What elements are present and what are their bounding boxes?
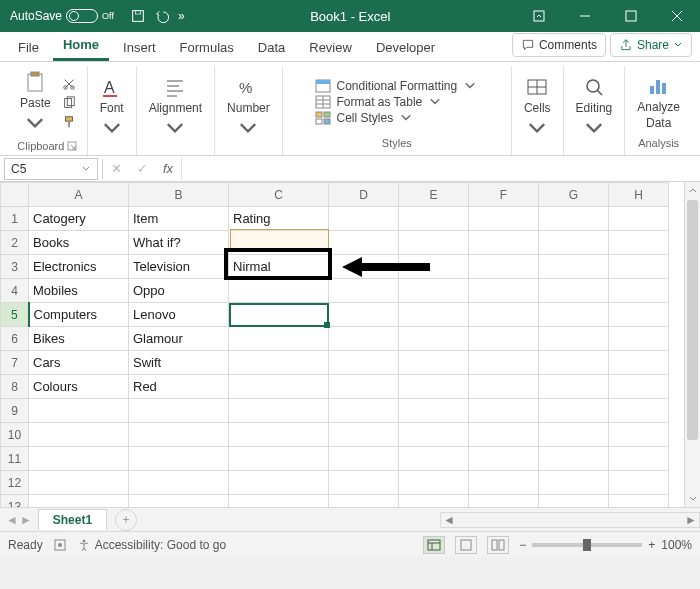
cell-G1[interactable]	[539, 207, 609, 231]
enter-formula-button[interactable]: ✓	[129, 161, 155, 176]
cell-E4[interactable]	[399, 279, 469, 303]
zoom-out-button[interactable]: −	[519, 538, 526, 552]
cell-H3[interactable]	[609, 255, 669, 279]
cell-C13[interactable]	[229, 495, 329, 508]
scroll-right-button[interactable]: ►	[683, 513, 699, 527]
tab-data[interactable]: Data	[248, 34, 295, 61]
cell-C9[interactable]	[229, 399, 329, 423]
cell-A12[interactable]	[29, 471, 129, 495]
font-button[interactable]: A Font	[96, 73, 128, 143]
ribbon-display-button[interactable]	[516, 0, 562, 32]
number-button[interactable]: % Number	[223, 73, 274, 143]
cell-B1[interactable]: Item	[129, 207, 229, 231]
name-box[interactable]: C5	[4, 158, 98, 180]
cell-E10[interactable]	[399, 423, 469, 447]
cell-D7[interactable]	[329, 351, 399, 375]
tab-home[interactable]: Home	[53, 31, 109, 61]
cell-E11[interactable]	[399, 447, 469, 471]
row-header[interactable]: 12	[1, 471, 29, 495]
cell-E13[interactable]	[399, 495, 469, 508]
cell-H2[interactable]	[609, 231, 669, 255]
cell-F6[interactable]	[469, 327, 539, 351]
copy-button[interactable]	[59, 95, 79, 111]
cell-E2[interactable]	[399, 231, 469, 255]
cell-G3[interactable]	[539, 255, 609, 279]
cell-H13[interactable]	[609, 495, 669, 508]
maximize-button[interactable]	[608, 0, 654, 32]
cell-F9[interactable]	[469, 399, 539, 423]
cell-A6[interactable]: Bikes	[29, 327, 129, 351]
tab-review[interactable]: Review	[299, 34, 362, 61]
cell-A8[interactable]: Colours	[29, 375, 129, 399]
row-header[interactable]: 10	[1, 423, 29, 447]
cell-G13[interactable]	[539, 495, 609, 508]
row-header[interactable]: 3	[1, 255, 29, 279]
cell-F5[interactable]	[469, 303, 539, 327]
tab-insert[interactable]: Insert	[113, 34, 166, 61]
row-header[interactable]: 7	[1, 351, 29, 375]
scroll-left-button[interactable]: ◄	[441, 513, 457, 527]
undo-icon[interactable]	[154, 8, 170, 24]
cell-C1[interactable]: Rating	[229, 207, 329, 231]
cell-D9[interactable]	[329, 399, 399, 423]
dialog-launcher-icon[interactable]	[67, 141, 77, 151]
sheet-nav-next[interactable]: ►	[20, 513, 32, 527]
cell-E6[interactable]	[399, 327, 469, 351]
zoom-in-button[interactable]: +	[648, 538, 655, 552]
cell-F4[interactable]	[469, 279, 539, 303]
cell-A1[interactable]: Catogery	[29, 207, 129, 231]
cell-B10[interactable]	[129, 423, 229, 447]
cell-B5[interactable]: Lenovo	[129, 303, 229, 327]
cell-B4[interactable]: Oppo	[129, 279, 229, 303]
cell-H9[interactable]	[609, 399, 669, 423]
cell-F13[interactable]	[469, 495, 539, 508]
cell-F10[interactable]	[469, 423, 539, 447]
zoom-control[interactable]: − + 100%	[519, 538, 692, 552]
qat-more-icon[interactable]: »	[178, 9, 185, 23]
row-header[interactable]: 11	[1, 447, 29, 471]
save-icon[interactable]	[130, 8, 146, 24]
tab-file[interactable]: File	[8, 34, 49, 61]
column-header[interactable]: A	[29, 183, 129, 207]
cell-A3[interactable]: Electronics	[29, 255, 129, 279]
cell-C6[interactable]	[229, 327, 329, 351]
column-header[interactable]: H	[609, 183, 669, 207]
cell-H6[interactable]	[609, 327, 669, 351]
cell-C4[interactable]	[229, 279, 329, 303]
cell-E9[interactable]	[399, 399, 469, 423]
cell-A9[interactable]	[29, 399, 129, 423]
cell-C12[interactable]	[229, 471, 329, 495]
zoom-level[interactable]: 100%	[661, 538, 692, 552]
cell-H12[interactable]	[609, 471, 669, 495]
cell-D4[interactable]	[329, 279, 399, 303]
cell-G2[interactable]	[539, 231, 609, 255]
column-header[interactable]: B	[129, 183, 229, 207]
cell-E8[interactable]	[399, 375, 469, 399]
cell-A4[interactable]: Mobiles	[29, 279, 129, 303]
row-header[interactable]: 13	[1, 495, 29, 508]
cell-A2[interactable]: Books	[29, 231, 129, 255]
column-header[interactable]: D	[329, 183, 399, 207]
select-all-corner[interactable]	[1, 183, 29, 207]
column-header[interactable]: C	[229, 183, 329, 207]
cell-F2[interactable]	[469, 231, 539, 255]
comments-button[interactable]: Comments	[512, 33, 606, 57]
cell-G5[interactable]	[539, 303, 609, 327]
row-header[interactable]: 5	[1, 303, 29, 327]
conditional-formatting-button[interactable]: Conditional Formatting	[315, 79, 478, 93]
cell-F1[interactable]	[469, 207, 539, 231]
row-header[interactable]: 4	[1, 279, 29, 303]
analyze-data-button[interactable]: Analyze Data	[633, 72, 684, 132]
cell-G4[interactable]	[539, 279, 609, 303]
cell-H4[interactable]	[609, 279, 669, 303]
cell-H7[interactable]	[609, 351, 669, 375]
row-header[interactable]: 8	[1, 375, 29, 399]
cell-E7[interactable]	[399, 351, 469, 375]
cell-A13[interactable]	[29, 495, 129, 508]
cut-button[interactable]	[59, 76, 79, 92]
format-as-table-button[interactable]: Format as Table	[315, 95, 478, 109]
cell-F11[interactable]	[469, 447, 539, 471]
macro-record-icon[interactable]	[53, 538, 67, 552]
minimize-button[interactable]	[562, 0, 608, 32]
row-header[interactable]: 2	[1, 231, 29, 255]
